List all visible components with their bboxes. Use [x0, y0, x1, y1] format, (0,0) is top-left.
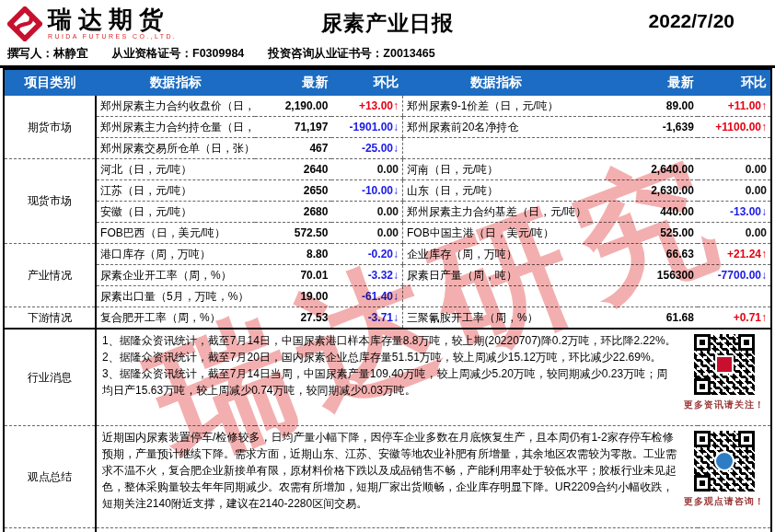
indicator-name: 港口库存（周，万吨） — [96, 244, 255, 265]
change-value: 0.00 — [698, 159, 771, 180]
author-meta-line: 撰写人：林静宜 从业资格证号：F0309984 投资咨询从业证书号：Z00134… — [0, 45, 775, 68]
col-header-indicator-left: 数据指标 — [96, 69, 255, 96]
summary-text: 近期国内尿素装置停车/检修较多，日均产量小幅下降，因停车企业多数在月底恢复生产，… — [102, 429, 682, 512]
indicator-name: 郑州尿素主力合约收盘价（日，元/吨 — [96, 96, 255, 117]
latest-value: 525.00 — [590, 223, 698, 244]
change-value — [698, 138, 771, 159]
qr-finder-icon — [694, 475, 711, 492]
indicator-name: 河南（日，元/吨） — [402, 159, 589, 180]
table-row: 郑州尿素主力合约持仓量（日，手） 71,197 -1901.00↓ 郑州尿素前2… — [4, 117, 771, 138]
brand-subtitle: RUIDA FUTURES CO.,LTD. — [48, 33, 177, 40]
indicator-name: FOB中国主港（日，美元/吨） — [402, 223, 589, 244]
group-label-spot: 现货市场 — [4, 159, 96, 244]
group-label-downstream: 下游情况 — [4, 307, 96, 330]
qr-finder-icon — [738, 431, 755, 447]
news-line-1: 1、据隆众资讯统计，截至7月14日，中国尿素港口样本库存量8.8万吨，较上期(2… — [102, 332, 678, 349]
news-line-3: 3、据隆众资讯统计，截至7月14日当周，中国尿素产量109.40万吨，较上周减少… — [102, 365, 678, 399]
col-header-latest-right: 最新 — [590, 69, 698, 96]
latest-value: 2,630.00 — [590, 180, 698, 202]
group-label-industry: 产业情况 — [4, 244, 96, 307]
table-row: 下游情况 复合肥开工率（周，%） 27.53 -3.71↓ 三聚氰胺开工率（周，… — [4, 307, 771, 330]
brand-logo: 瑞达期货 RUIDA FUTURES CO.,LTD. — [7, 6, 177, 41]
latest-value: 2680 — [255, 202, 331, 223]
latest-value: 66.63 — [590, 244, 698, 265]
change-value: -3.32↓ — [331, 265, 402, 286]
change-value: +0.71↑ — [698, 307, 771, 330]
table-header-row: 项目类别 数据指标 最新 环比 数据指标 最新 环比 — [4, 69, 771, 96]
latest-value: 89.00 — [590, 96, 698, 117]
latest-value: 2650 — [255, 180, 331, 202]
latest-value: 572.50 — [255, 223, 331, 244]
change-value — [698, 286, 771, 307]
table-row: 产业情况 港口库存（周，万吨） 8.80 -0.20↓ 企业库存（周，万吨） 6… — [4, 244, 771, 265]
change-value: 0.00 — [698, 180, 771, 202]
change-value: -3.71↓ — [331, 307, 402, 330]
news-qr-caption: 更多资讯请关注！ — [684, 399, 765, 411]
table-row: 安徽（日，元/吨） 2680 0.00 郑州尿素主力合约基差（日，元/吨） 44… — [4, 202, 771, 223]
summary-wechat-qr-code — [694, 431, 755, 492]
qr-finder-icon — [694, 378, 711, 395]
latest-value — [590, 138, 698, 159]
change-value: -13.00↓ — [698, 202, 771, 223]
meta-advisory-no: 投资咨询从业证书号：Z0013465 — [268, 46, 434, 62]
indicator-name: 郑州尿素9-1价差（日，元/吨） — [402, 96, 589, 117]
latest-value: 19.00 — [255, 286, 331, 307]
col-header-change-right: 环比 — [698, 69, 771, 96]
summary-section-row: 观点总结 近期国内尿素装置停车/检修较多，日均产量小幅下降，因停车企业多数在月底… — [4, 426, 771, 528]
latest-value: -1,639 — [590, 117, 698, 138]
indicator-name: 山东（日，元/吨） — [402, 180, 589, 202]
data-table: 项目类别 数据指标 最新 环比 数据指标 最新 环比 期货市场 郑州尿素主力合约… — [3, 68, 772, 532]
indicator-name: 企业库存（周，万吨） — [402, 244, 589, 265]
focus-text: 周四隆众企业库存、港口库存、日产量和开工率。 — [96, 528, 771, 532]
change-value: 0.00 — [331, 159, 402, 180]
indicator-name: 三聚氰胺开工率（周，%） — [402, 307, 589, 330]
section-label-news: 行业消息 — [4, 329, 96, 426]
indicator-name: 郑州尿素交易所仓单（日，张） — [96, 138, 255, 159]
change-value: +1100.00↑ — [698, 117, 771, 138]
indicator-name: 郑州尿素主力合约持仓量（日，手） — [96, 117, 255, 138]
qr-finder-icon — [694, 431, 711, 447]
change-value: -0.20↓ — [331, 244, 402, 265]
latest-value: 70.01 — [255, 265, 331, 286]
indicator-name: 复合肥开工率（周，%） — [96, 307, 255, 330]
table-row: 江苏（日，元/吨） 2650 -10.00↓ 山东（日，元/吨） 2,630.0… — [4, 180, 771, 202]
change-value: +11.00↑ — [698, 96, 771, 117]
brand-name: 瑞达期货 — [48, 7, 177, 31]
summary-qr-caption: 更多观点请咨询！ — [684, 495, 765, 508]
report-date: 2022/7/20 — [649, 10, 735, 32]
change-value: -25.00↓ — [331, 138, 402, 159]
table-row: 郑州尿素交易所仓单（日，张） 467 -25.00↓ — [4, 138, 771, 159]
change-value: 0.00 — [698, 223, 771, 244]
table-row: 尿素出口量（5月，万吨，%） 19.00 -61.40↓ — [4, 286, 771, 307]
latest-value: 2640 — [255, 159, 331, 180]
ruida-logo-icon — [7, 6, 42, 41]
section-label-summary: 观点总结 — [4, 426, 96, 528]
meta-qualification-no: 从业资格证号：F0309984 — [112, 46, 245, 62]
qr-finder-icon — [694, 334, 711, 351]
indicator-name: 尿素日产量（周，吨） — [402, 265, 589, 286]
qr-logo-icon — [715, 355, 734, 374]
change-value: -61.40↓ — [331, 286, 402, 307]
qr-finder-icon — [738, 334, 755, 351]
latest-value: 156300 — [590, 265, 698, 286]
change-value: +13.00↑ — [331, 96, 402, 117]
qr-logo-icon — [714, 451, 735, 471]
table-row: 期货市场 郑州尿素主力合约收盘价（日，元/吨 2,190.00 +13.00↑ … — [4, 96, 771, 117]
latest-value — [590, 286, 698, 307]
meta-author: 撰写人：林静宜 — [7, 46, 88, 62]
col-header-change-left: 环比 — [331, 69, 402, 96]
indicator-name: 江苏（日，元/吨） — [96, 180, 255, 202]
page-title: 尿素产业日报 — [321, 9, 454, 38]
change-value: -7700.00↓ — [698, 265, 771, 286]
table-row: 尿素企业开工率（周，%） 70.01 -3.32↓ 尿素日产量（周，吨） 156… — [4, 265, 771, 286]
indicator-name: FOB巴西（日，美元/吨） — [96, 223, 255, 244]
indicator-name: 尿素出口量（5月，万吨，%） — [96, 286, 255, 307]
change-value: 0.00 — [331, 202, 402, 223]
col-header-category: 项目类别 — [4, 69, 96, 96]
latest-value: 71,197 — [255, 117, 331, 138]
group-label-futures: 期货市场 — [4, 96, 96, 159]
latest-value: 27.53 — [255, 307, 331, 330]
col-header-indicator-right: 数据指标 — [402, 69, 589, 96]
change-value: +21.24↑ — [698, 244, 771, 265]
col-header-latest-left: 最新 — [255, 69, 331, 96]
